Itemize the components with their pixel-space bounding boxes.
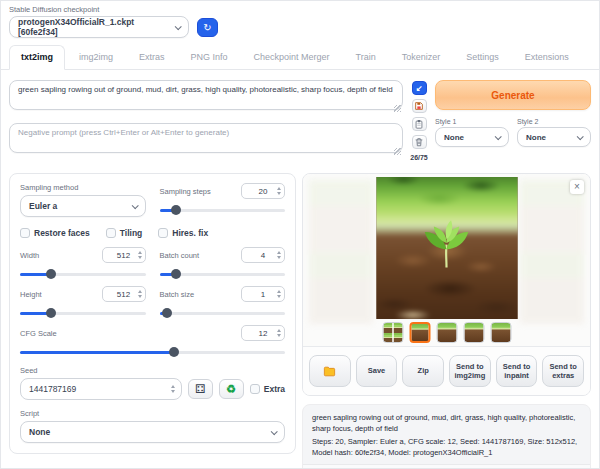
- cfg-scale-slider[interactable]: [20, 347, 285, 357]
- spinner-icon[interactable]: [277, 187, 281, 195]
- gallery-thumbnail-4[interactable]: [463, 322, 484, 343]
- tab-txt2img[interactable]: txt2img: [9, 45, 65, 70]
- spinner-icon[interactable]: [138, 290, 142, 298]
- prompt-input[interactable]: green sapling rowing out of ground, mud,…: [9, 80, 403, 110]
- batch-count-label: Batch count: [160, 251, 200, 260]
- height-input[interactable]: 512: [102, 286, 146, 302]
- tiling-checkbox[interactable]: Tiling: [106, 228, 143, 238]
- tab-train[interactable]: Train: [344, 45, 388, 70]
- spinner-icon[interactable]: [277, 290, 281, 298]
- sampling-method-dropdown[interactable]: Euler a: [20, 195, 146, 217]
- chevron-down-icon: [495, 133, 502, 140]
- generation-info-perf: Time taken: 8.62s Torch active/reserved:…: [303, 464, 590, 469]
- save-button[interactable]: Save: [356, 355, 398, 387]
- txt2img-settings-panel: Sampling method Euler a Sampling steps 2…: [9, 173, 296, 454]
- zip-button[interactable]: Zip: [402, 355, 444, 387]
- script-dropdown[interactable]: None: [20, 421, 285, 443]
- batch-size-label: Batch size: [160, 290, 195, 299]
- close-gallery-button[interactable]: ×: [570, 180, 584, 194]
- cfg-scale-input[interactable]: 12: [241, 325, 285, 341]
- style2-dropdown[interactable]: None: [517, 127, 591, 147]
- gallery-thumbnail-3[interactable]: [436, 322, 457, 343]
- hires-fix-checkbox[interactable]: Hires. fix: [158, 228, 208, 238]
- slider-handle[interactable]: [171, 269, 181, 279]
- batch-size-input[interactable]: 1: [241, 286, 285, 302]
- extra-seed-label: Extra: [264, 384, 285, 394]
- generate-button[interactable]: Generate: [435, 80, 591, 110]
- slider-handle[interactable]: [171, 205, 181, 215]
- refresh-icon: ↻: [203, 22, 211, 33]
- slider-handle[interactable]: [169, 347, 179, 357]
- style1-dropdown[interactable]: None: [435, 127, 509, 147]
- tab-checkpoint-merger[interactable]: Checkpoint Merger: [242, 45, 342, 70]
- style1-label: Style 1: [435, 118, 509, 125]
- open-folder-button[interactable]: [309, 355, 351, 387]
- send-to-img2img-button[interactable]: Send to img2img: [449, 355, 491, 387]
- extra-seed-checkbox[interactable]: Extra: [250, 384, 285, 394]
- random-seed-button[interactable]: ⚃: [188, 379, 213, 399]
- script-value: None: [29, 427, 50, 437]
- checkpoint-dropdown[interactable]: protogenX34OfficialR_1.ckpt [60fe2f34]: [9, 16, 189, 38]
- tab-tokenizer[interactable]: Tokenizer: [390, 45, 453, 70]
- chevron-down-icon: [175, 23, 182, 30]
- gallery-ghost: [309, 180, 373, 324]
- send-to-extras-button[interactable]: Send to extras: [542, 355, 584, 387]
- sampling-steps-slider[interactable]: [160, 205, 286, 215]
- refresh-checkpoints-button[interactable]: ↻: [197, 18, 218, 37]
- send-to-inpaint-button[interactable]: Send to inpaint: [496, 355, 538, 387]
- restore-faces-checkbox[interactable]: Restore faces: [20, 228, 90, 238]
- slider-handle[interactable]: [46, 269, 56, 279]
- slider-handle[interactable]: [46, 308, 56, 318]
- slider-handle[interactable]: [162, 308, 172, 318]
- seed-label: Seed: [20, 366, 285, 375]
- stable-diffusion-webui: Stable Diffusion checkpoint protogenX34O…: [0, 0, 600, 469]
- paste-params-button[interactable]: ↙: [412, 81, 427, 95]
- tab-extensions[interactable]: Extensions: [513, 45, 581, 70]
- width-slider[interactable]: [20, 269, 146, 279]
- height-slider[interactable]: [20, 308, 146, 318]
- save-style-button[interactable]: [412, 99, 427, 113]
- batch-count-input[interactable]: 4: [241, 247, 285, 263]
- clipboard-icon: [414, 119, 424, 129]
- batch-count-slider[interactable]: [160, 269, 286, 279]
- checkbox-icon: [20, 228, 30, 238]
- sampling-method-value: Euler a: [29, 201, 57, 211]
- tab-png-info[interactable]: PNG Info: [179, 45, 240, 70]
- restore-faces-label: Restore faces: [34, 228, 90, 238]
- style1-value: None: [444, 133, 464, 142]
- hires-fix-label: Hires. fix: [172, 228, 208, 238]
- output-actions: Save Zip Send to img2img Send to inpaint…: [303, 346, 590, 395]
- generation-info-params: Steps: 20, Sampler: Euler a, CFG scale: …: [312, 436, 581, 459]
- spinner-icon[interactable]: [277, 251, 281, 259]
- arrow-down-left-icon: ↙: [416, 84, 423, 93]
- prompt-tools: ↙ 26/75: [411, 80, 427, 161]
- gallery-thumbnail-5[interactable]: [490, 322, 511, 343]
- checkpoint-label: Stable Diffusion checkpoint: [9, 5, 189, 14]
- tab-settings[interactable]: Settings: [454, 45, 511, 70]
- gallery-thumbnail-1[interactable]: [382, 322, 403, 343]
- batch-size-slider[interactable]: [160, 308, 286, 318]
- apply-style-button[interactable]: [412, 117, 427, 131]
- spinner-icon[interactable]: [171, 385, 175, 393]
- width-input[interactable]: 512: [102, 247, 146, 263]
- generation-info-panel: green sapling rowing out of ground, mud,…: [302, 404, 591, 469]
- header: Stable Diffusion checkpoint protogenX34O…: [1, 1, 599, 38]
- generated-image[interactable]: [376, 177, 517, 319]
- tab-extras[interactable]: Extras: [127, 45, 177, 70]
- tab-img2img[interactable]: img2img: [67, 45, 125, 70]
- spinner-icon[interactable]: [138, 251, 142, 259]
- dice-icon: ⚃: [195, 383, 205, 395]
- width-value: 512: [117, 251, 130, 260]
- sampling-method-label: Sampling method: [20, 183, 146, 192]
- sampling-steps-input[interactable]: 20: [241, 183, 285, 199]
- height-label: Height: [20, 290, 42, 299]
- reuse-seed-button[interactable]: ♻: [219, 379, 244, 399]
- negative-prompt-input[interactable]: [9, 123, 403, 153]
- clear-prompt-button[interactable]: [412, 135, 427, 149]
- spinner-icon[interactable]: [277, 329, 281, 337]
- sampling-steps-label: Sampling steps: [160, 187, 211, 196]
- gallery-thumbnail-2[interactable]: [409, 322, 430, 343]
- seed-input[interactable]: 1441787169: [20, 378, 182, 400]
- sapling-illustration: [418, 213, 476, 271]
- checkbox-icon: [106, 228, 116, 238]
